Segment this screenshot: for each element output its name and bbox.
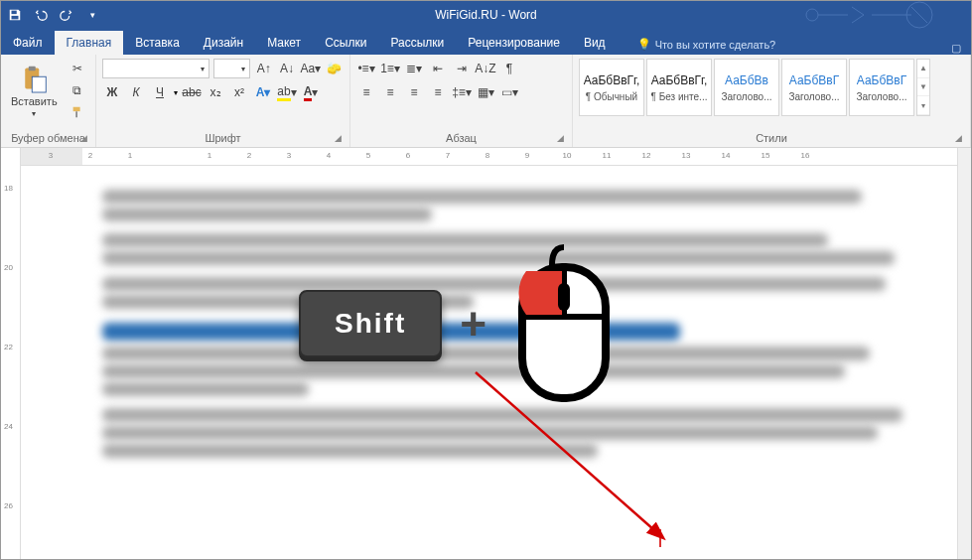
style-nospacing[interactable]: АаБбВвГг,¶ Без инте... [646,59,712,116]
increase-indent-icon[interactable]: ⇥ [452,59,472,78]
qat-customize-icon[interactable]: ▾ [84,7,100,23]
bullets-icon[interactable]: •≡▾ [356,59,376,78]
change-case-icon[interactable]: Aa▾ [301,59,321,78]
superscript-button[interactable]: x² [229,82,249,102]
style-heading2[interactable]: АаБбВвГЗаголово... [781,59,847,116]
multilevel-icon[interactable]: ≣▾ [404,59,424,78]
horizontal-ruler[interactable]: L 3 2 1 1 2 3 4 5 6 7 8 9 10 11 12 13 14… [21,148,957,166]
svg-rect-0 [12,11,17,15]
grow-font-icon[interactable]: A↑ [254,59,273,78]
underline-button[interactable]: Ч [150,82,170,102]
lightbulb-icon: 💡 [637,38,651,51]
sort-icon[interactable]: A↓Z [476,59,495,78]
line-spacing-icon[interactable]: ‡≡▾ [452,82,472,102]
watermark-icon [792,1,961,29]
style-normal[interactable]: АаБбВвГг,¶ Обычный [579,59,644,116]
tab-mailings[interactable]: Рассылки [378,31,456,55]
decrease-indent-icon[interactable]: ⇤ [428,59,448,78]
paste-button[interactable]: Вставить ▾ [7,62,62,120]
copy-icon[interactable]: ⧉ [68,80,87,100]
tab-review[interactable]: Рецензирование [456,31,572,55]
svg-rect-5 [29,66,36,70]
title-bar: ▾ WiFiGid.RU - Word [1,1,971,29]
group-paragraph: •≡▾ 1≡▾ ≣▾ ⇤ ⇥ A↓Z ¶ ≡ ≡ ≡ ≡ ‡≡▾ ▦▾ ▭▾ А… [350,55,573,147]
paste-label: Вставить [11,95,58,107]
dialog-launcher-icon[interactable]: ◢ [955,133,962,143]
numbering-icon[interactable]: 1≡▾ [380,59,400,78]
group-font: ▾ ▾ A↑ A↓ Aa▾ 🧽 Ж К Ч▾ abc x₂ x² A▾ ab▾ … [96,55,350,147]
text-effects-icon[interactable]: A▾ [253,82,273,102]
dialog-launcher-icon[interactable]: ◢ [335,133,342,143]
window-title: WiFiGid.RU - Word [435,8,536,22]
shrink-font-icon[interactable]: A↓ [277,59,296,78]
strike-button[interactable]: abc [182,82,202,102]
ribbon-display-options-icon[interactable]: ▢ [951,42,961,55]
align-right-icon[interactable]: ≡ [404,82,424,102]
vertical-scrollbar[interactable] [957,148,971,560]
subscript-button[interactable]: x₂ [206,82,225,102]
dialog-launcher-icon[interactable]: ◢ [80,133,87,143]
align-left-icon[interactable]: ≡ [356,82,376,102]
group-font-label: Шрифт◢ [102,130,344,145]
justify-icon[interactable]: ≡ [428,82,448,102]
clear-formatting-icon[interactable]: 🧽 [325,59,344,78]
tell-me-search[interactable]: 💡 Что вы хотите сделать? [631,34,782,55]
shading-icon[interactable]: ▦▾ [476,82,495,102]
group-paragraph-label: Абзац◢ [356,130,566,145]
font-color-icon[interactable]: A▾ [301,82,321,102]
vertical-ruler: 18 20 22 24 26 [1,148,21,560]
tab-design[interactable]: Дизайн [192,31,255,55]
tab-view[interactable]: Вид [572,31,618,55]
font-size-combo[interactable]: ▾ [213,59,250,78]
svg-rect-6 [33,76,47,92]
tab-layout[interactable]: Макет [255,31,313,55]
font-family-combo[interactable]: ▾ [102,59,209,78]
tab-file[interactable]: Файл [1,31,55,55]
ribbon: Вставить ▾ ✂ ⧉ Буфер обмена◢ ▾ ▾ A↑ A↓ A… [1,55,971,148]
align-center-icon[interactable]: ≡ [380,82,400,102]
group-clipboard: Вставить ▾ ✂ ⧉ Буфер обмена◢ [1,55,96,147]
tab-home[interactable]: Главная [55,31,124,55]
tab-insert[interactable]: Вставка [123,31,192,55]
bold-button[interactable]: Ж [102,82,122,102]
save-icon[interactable] [7,7,23,23]
highlight-color-icon[interactable]: ab▾ [277,82,297,102]
cut-icon[interactable]: ✂ [68,59,87,78]
borders-icon[interactable]: ▭▾ [499,82,519,102]
group-styles: АаБбВвГг,¶ Обычный АаБбВвГг,¶ Без инте..… [573,55,971,147]
style-heading3[interactable]: АаБбВвГЗаголово... [849,59,914,116]
styles-gallery[interactable]: АаБбВвГг,¶ Обычный АаБбВвГг,¶ Без инте..… [579,59,964,122]
svg-rect-1 [12,16,19,20]
group-clipboard-label: Буфер обмена◢ [7,130,89,145]
format-painter-icon[interactable] [68,102,87,122]
svg-line-9 [476,372,662,537]
dialog-launcher-icon[interactable]: ◢ [557,133,564,143]
red-arrow-icon [466,368,684,557]
clipboard-paste-icon [20,64,48,93]
show-marks-icon[interactable]: ¶ [499,59,519,78]
styles-scroll[interactable]: ▲▼▾ [916,59,930,116]
undo-icon[interactable] [33,7,49,23]
redo-icon[interactable] [59,7,74,23]
style-heading1[interactable]: АаБбВвЗаголово... [714,59,779,116]
svg-point-2 [806,9,818,21]
italic-button[interactable]: К [126,82,146,102]
tab-references[interactable]: Ссылки [313,31,378,55]
ribbon-tabs: Файл Главная Вставка Дизайн Макет Ссылки… [1,29,971,55]
tell-me-label: Что вы хотите сделать? [655,39,776,51]
group-styles-label: Стили◢ [579,130,964,145]
